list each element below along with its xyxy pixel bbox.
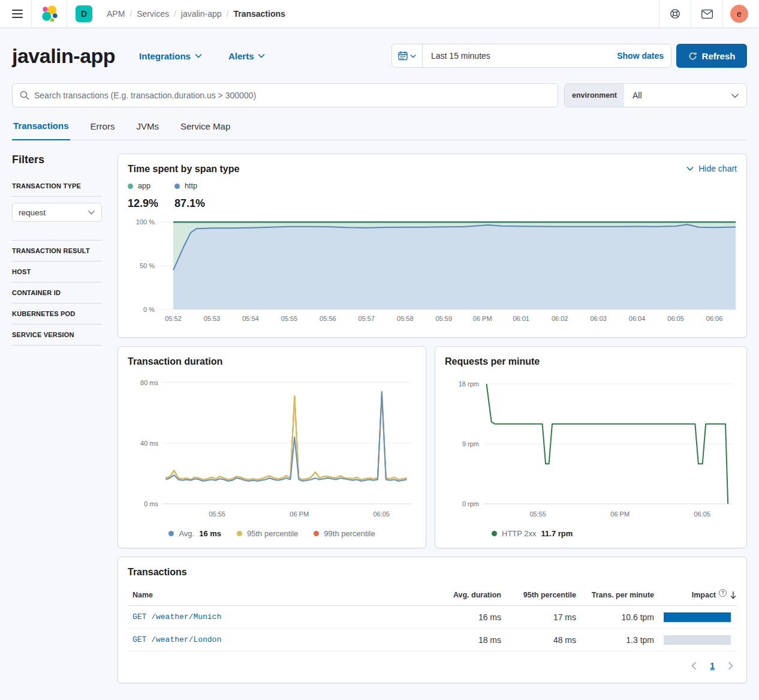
svg-text:06:05: 06:05 — [694, 510, 710, 518]
divider — [691, 0, 691, 28]
svg-text:06:05: 06:05 — [667, 315, 684, 322]
filter-container-id[interactable]: CONTAINER ID — [12, 283, 102, 303]
span-type-chart-title: Time spent by span type — [128, 164, 239, 175]
breadcrumb-apm[interactable]: APM — [107, 9, 125, 19]
legend-item-avg[interactable]: Avg. 16 ms — [168, 529, 221, 538]
column-impact-sort[interactable]: Impact ? — [654, 591, 737, 599]
legend-dot — [168, 531, 174, 536]
menu-icon[interactable] — [7, 4, 28, 24]
table-row: GET /weather/Munich 16 ms 17 ms 10.6 tpm — [128, 606, 737, 629]
divider — [31, 0, 32, 28]
elastic-logo-icon[interactable] — [35, 5, 63, 23]
chevron-down-icon — [731, 93, 739, 98]
transaction-link-london[interactable]: GET /weather/London — [128, 635, 435, 644]
filter-kubernetes-pod[interactable]: KUBERNETES POD — [12, 304, 102, 324]
requests-per-minute-chart: 0 rpm9 rpm18 rpm05:5506 PM06:05 — [445, 373, 737, 523]
refresh-button[interactable]: Refresh — [676, 44, 747, 68]
chevron-down-icon — [88, 210, 95, 215]
legend-item-http[interactable]: http — [174, 182, 221, 190]
divider — [659, 0, 659, 28]
column-95th-percentile: 95th percentile — [501, 591, 576, 599]
divider — [67, 0, 67, 28]
page-number-1[interactable]: 1 — [710, 661, 715, 671]
column-avg-duration: Avg. duration — [435, 591, 501, 599]
breadcrumb-separator: / — [227, 9, 229, 19]
svg-text:06 PM: 06 PM — [473, 315, 492, 322]
svg-text:05:58: 05:58 — [397, 315, 414, 322]
legend-item-99th[interactable]: 99th percentile — [314, 529, 375, 538]
chevron-down-icon — [410, 54, 416, 58]
svg-text:18 rpm: 18 rpm — [459, 380, 479, 387]
breadcrumb: APM / Services / javalin-app / Transacti… — [107, 9, 285, 19]
transaction-type-select[interactable]: request — [12, 203, 102, 222]
filter-host[interactable]: HOST — [12, 262, 102, 282]
legend-dot — [174, 184, 180, 189]
chevron-down-icon — [195, 53, 202, 58]
legend-item-http-2xx[interactable]: HTTP 2xx 11.7 rpm — [492, 529, 573, 538]
svg-text:05:59: 05:59 — [436, 315, 453, 322]
filters-sidebar: Filters TRANSACTION TYPE request TRANSAC… — [12, 154, 102, 683]
transaction-duration-panel: Transaction duration 0 ms40 ms80 ms05:55… — [118, 346, 426, 548]
impact-bar — [664, 635, 731, 645]
space-badge[interactable]: D — [76, 5, 92, 22]
legend-dot — [128, 184, 133, 189]
tpm-value: 1.3 tpm — [576, 635, 654, 645]
hide-chart-button[interactable]: Hide chart — [686, 164, 737, 173]
breadcrumb-separator: / — [174, 9, 176, 19]
environment-select[interactable]: environment All — [564, 83, 747, 107]
refresh-icon — [688, 52, 697, 61]
previous-page-icon[interactable] — [691, 662, 697, 670]
legend-item-95th[interactable]: 95th percentile — [237, 529, 298, 538]
divider — [12, 196, 102, 197]
page-title: javalin-app — [12, 44, 115, 68]
filter-transaction-type-label: TRANSACTION TYPE — [12, 176, 102, 196]
breadcrumb-services[interactable]: Services — [137, 9, 169, 19]
search-input[interactable] — [34, 91, 550, 100]
pagination: 1 — [128, 651, 737, 673]
breadcrumb-separator: / — [129, 9, 132, 19]
chevron-down-icon — [258, 53, 265, 58]
column-name: Name — [128, 591, 435, 599]
svg-text:100 %: 100 % — [136, 218, 155, 226]
svg-text:05:55: 05:55 — [281, 315, 298, 322]
newsfeed-icon[interactable] — [695, 2, 719, 26]
svg-text:0 rpm: 0 rpm — [462, 500, 479, 507]
integrations-menu[interactable]: Integrations — [139, 51, 202, 61]
tab-service-map[interactable]: Service Map — [179, 121, 231, 140]
rpm-chart-title: Requests per minute — [445, 356, 737, 367]
filters-heading: Filters — [12, 154, 102, 166]
svg-text:06 PM: 06 PM — [290, 510, 309, 518]
transactions-table-title: Transactions — [128, 567, 737, 578]
divider — [12, 345, 102, 346]
user-avatar[interactable]: e — [730, 5, 748, 23]
top-navigation-bar: D APM / Services / javalin-app / Transac… — [0, 0, 759, 28]
svg-text:06:03: 06:03 — [590, 315, 607, 322]
alerts-menu[interactable]: Alerts — [228, 51, 266, 61]
svg-text:05:54: 05:54 — [242, 315, 259, 322]
http-percentage: 87.1% — [174, 197, 221, 210]
next-page-icon[interactable] — [728, 662, 733, 670]
tpm-value: 10.6 tpm — [576, 612, 654, 622]
calendar-icon[interactable] — [392, 44, 423, 67]
tab-transactions[interactable]: Transactions — [12, 121, 70, 140]
transaction-link-munich[interactable]: GET /weather/Munich — [128, 612, 435, 621]
svg-text:0 %: 0 % — [143, 306, 155, 313]
legend-dot — [314, 531, 319, 536]
table-header: Name Avg. duration 95th percentile Trans… — [128, 586, 737, 606]
search-icon — [20, 91, 29, 100]
impact-help-icon[interactable]: ? — [719, 589, 727, 597]
tab-jvms[interactable]: JVMs — [135, 121, 160, 140]
requests-per-minute-panel: Requests per minute 0 rpm9 rpm18 rpm05:5… — [435, 346, 747, 548]
filter-transaction-result[interactable]: TRANSACTION RESULT — [12, 241, 102, 261]
environment-label: environment — [565, 84, 624, 107]
breadcrumb-service-name[interactable]: javalin-app — [181, 9, 222, 19]
show-dates-button[interactable]: Show dates — [610, 51, 671, 61]
svg-text:80 ms: 80 ms — [140, 379, 158, 386]
help-icon[interactable] — [663, 2, 687, 26]
time-range-value[interactable]: Last 15 minutes — [423, 51, 610, 61]
filter-service-version[interactable]: SERVICE VERSION — [12, 325, 102, 345]
svg-text:06 PM: 06 PM — [610, 510, 630, 518]
legend-item-app[interactable]: app — [128, 182, 174, 190]
svg-text:05:52: 05:52 — [165, 315, 182, 322]
tab-errors[interactable]: Errors — [89, 121, 116, 140]
